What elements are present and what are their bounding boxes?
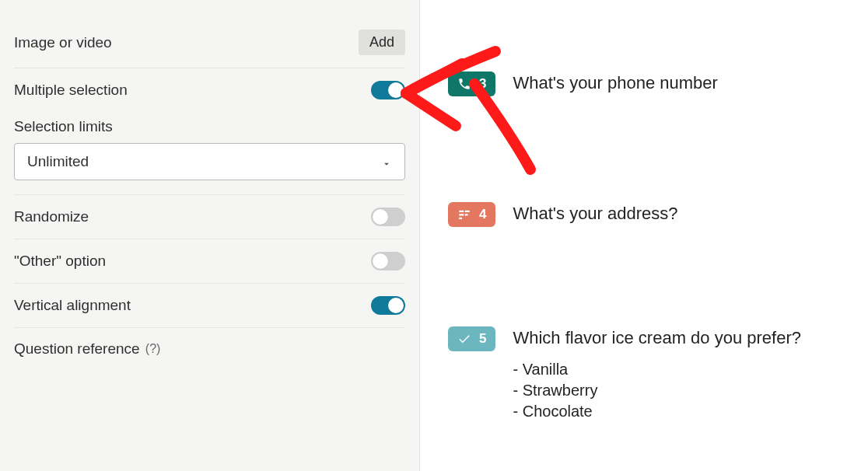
content-panel: 3 What's your phone number 4 What's your… — [420, 0, 868, 471]
question-number: 4 — [479, 207, 486, 222]
other-option-label: "Other" option — [14, 253, 106, 270]
question-item[interactable]: 3 What's your phone number — [448, 72, 868, 96]
multiple-selection-toggle[interactable] — [371, 81, 405, 99]
question-reference-label: Question reference — [14, 340, 140, 358]
image-or-video-row: Image or video Add — [14, 17, 405, 68]
question-option: - Chocolate — [513, 403, 801, 420]
other-option-row: "Other" option — [14, 239, 405, 283]
randomize-row: Randomize — [14, 195, 405, 239]
address-icon — [457, 208, 471, 222]
vertical-alignment-toggle[interactable] — [371, 296, 405, 315]
question-reference-row: Question reference (?) — [14, 328, 405, 358]
question-number: 5 — [479, 331, 486, 347]
check-icon — [457, 332, 471, 346]
image-or-video-label: Image or video — [14, 34, 112, 51]
question-title: What's your phone number — [513, 73, 717, 93]
question-badge: 4 — [448, 202, 495, 227]
help-icon[interactable]: (?) — [145, 340, 162, 358]
selection-limits-label: Selection limits — [14, 118, 405, 135]
question-option: - Vanilla — [513, 361, 801, 379]
randomize-label: Randomize — [14, 208, 89, 225]
svg-rect-1 — [465, 211, 470, 212]
question-title: Which flavor ice cream do you prefer? — [513, 328, 801, 348]
sidebar: Image or video Add Multiple selection Se… — [0, 0, 420, 471]
vertical-alignment-label: Vertical alignment — [14, 297, 131, 314]
svg-rect-4 — [459, 218, 462, 219]
question-item[interactable]: 5 Which flavor ice cream do you prefer? … — [448, 326, 868, 424]
randomize-toggle[interactable] — [371, 208, 405, 226]
question-option: - Strawberry — [513, 382, 801, 399]
chevron-down-icon — [381, 156, 392, 167]
selection-limits-select[interactable]: Unlimited — [14, 143, 405, 180]
question-number: 3 — [479, 76, 486, 92]
svg-rect-2 — [459, 214, 464, 215]
question-badge: 5 — [448, 326, 495, 351]
multiple-selection-row: Multiple selection — [14, 68, 405, 112]
question-badge: 3 — [448, 72, 495, 96]
other-option-toggle[interactable] — [371, 252, 405, 270]
vertical-alignment-row: Vertical alignment — [14, 284, 405, 327]
selection-limits-value: Unlimited — [27, 153, 89, 170]
add-button[interactable]: Add — [359, 30, 405, 55]
svg-rect-3 — [465, 214, 468, 215]
question-title: What's your address? — [513, 204, 677, 224]
multiple-selection-label: Multiple selection — [14, 82, 128, 99]
phone-icon — [457, 77, 471, 91]
question-item[interactable]: 4 What's your address? — [448, 202, 868, 227]
svg-rect-0 — [459, 211, 464, 212]
